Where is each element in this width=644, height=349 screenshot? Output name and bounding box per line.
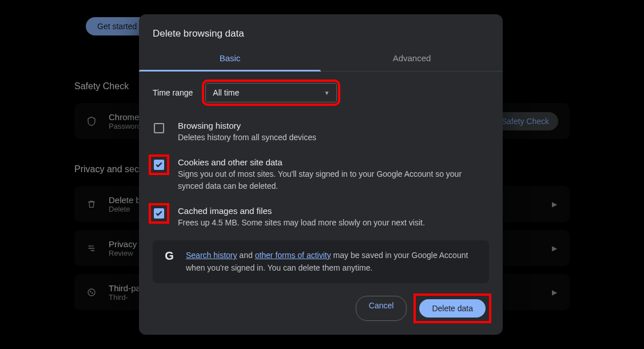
tune-icon [86,244,97,253]
item-description: Deletes history from all synced devices [178,132,316,144]
chevron-down-icon: ▼ [324,90,329,96]
chevron-right-icon: ▶ [552,288,557,296]
cache-item: Cached images and files Frees up 4.5 MB.… [153,200,489,237]
svg-point-2 [92,292,93,293]
cookies-checkbox[interactable] [154,160,164,170]
tab-basic[interactable]: Basic [139,45,321,71]
chevron-right-icon: ▶ [552,244,557,252]
card-subtitle: Password [109,122,141,130]
browsing-history-checkbox[interactable] [154,123,164,133]
svg-point-1 [90,291,90,292]
item-title: Cookies and other site data [178,157,489,167]
item-description: Signs you out of most sites. You'll stay… [178,168,489,192]
time-range-value: All time [213,88,239,97]
item-description: Frees up 4.5 MB. Some sites may load mor… [178,217,425,229]
other-activity-link[interactable]: other forms of activity [255,251,331,260]
tab-advanced[interactable]: Advanced [321,45,503,71]
item-title: Browsing history [178,121,316,130]
card-title: Chrome [109,112,141,122]
dialog-title: Delete browsing data [153,28,489,39]
google-icon: G [163,249,176,263]
svg-point-0 [88,289,95,296]
dialog-tabs: Basic Advanced [139,45,503,72]
cancel-button[interactable]: Cancel [356,296,407,321]
chevron-right-icon: ▶ [552,200,557,208]
item-title: Cached images and files [178,206,425,216]
trash-icon [86,200,97,209]
shield-icon [86,116,97,126]
cookie-icon [86,288,97,297]
delete-browsing-data-dialog: Delete browsing data Basic Advanced Time… [139,14,503,335]
google-account-info: G Search history and other forms of acti… [153,240,489,283]
info-text: Search history and other forms of activi… [186,249,479,274]
time-range-select[interactable]: All time ▼ [205,83,337,102]
cookies-item: Cookies and other site data Signs you ou… [153,152,489,200]
browsing-history-item: Browsing history Deletes history from al… [153,115,489,152]
time-range-label: Time range [153,88,193,97]
cache-checkbox[interactable] [154,208,164,219]
delete-data-button[interactable]: Delete data [419,299,486,318]
search-history-link[interactable]: Search history [186,251,237,260]
